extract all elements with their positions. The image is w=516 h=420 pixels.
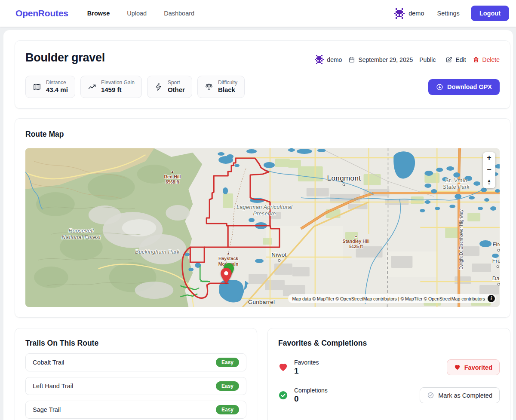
check-circle-icon — [278, 390, 288, 400]
visibility-badge: Public — [419, 56, 436, 63]
route-map-card: Route Map — [15, 118, 510, 318]
date-item: September 29, 2025 — [348, 56, 413, 63]
map-viewport[interactable]: LongmontNiwotGunbarrelFiresFredDacoRoose… — [25, 148, 500, 307]
engagement-section-title: Favorites & Completions — [278, 339, 500, 348]
mark-completed-button[interactable]: Mark as Completed — [420, 387, 500, 403]
owner-avatar — [315, 55, 324, 64]
nav-browse[interactable]: Browse — [87, 10, 110, 17]
compass-down-icon: ▼ — [487, 182, 491, 185]
route-date: September 29, 2025 — [358, 56, 413, 63]
download-icon — [436, 83, 443, 91]
zoom-in-button[interactable]: + — [483, 152, 495, 164]
favorites-count: 1 — [294, 366, 319, 376]
page-title: Boulder gravel — [25, 51, 105, 64]
completions-row: Completions 0 Mark as Completed — [278, 387, 500, 404]
nav-settings[interactable]: Settings — [437, 10, 459, 17]
favorited-button[interactable]: Favorited — [447, 359, 500, 375]
map-icon — [33, 83, 41, 91]
nav-upload[interactable]: Upload — [127, 10, 147, 17]
delete-button[interactable]: Delete — [473, 56, 500, 63]
username: demo — [408, 10, 424, 17]
trend-up-icon — [88, 83, 96, 91]
page-container: Boulder gravel demo — [3, 30, 513, 420]
completions-count: 0 — [294, 394, 328, 404]
app-header: OpenRoutes Browse Upload Dashboard demo … — [0, 0, 516, 27]
calendar-icon — [348, 56, 355, 63]
trash-icon — [473, 56, 479, 63]
route-meta: demo September 29, 2025 Public Edit — [315, 51, 500, 64]
heart-icon — [278, 362, 288, 372]
user-chip[interactable]: demo — [394, 8, 424, 19]
difficulty-badge: Easy — [216, 381, 239, 391]
check-circle-outline-icon — [427, 392, 434, 399]
avatar — [394, 8, 405, 19]
bottom-section: Trails On This Route Cobalt Trail Easy L… — [15, 328, 510, 420]
nav-dashboard[interactable]: Dashboard — [164, 10, 194, 17]
trail-row[interactable]: Sage Trail Easy — [25, 401, 246, 419]
stat-sport: Sport Other — [147, 76, 192, 98]
main-nav: Browse Upload Dashboard — [87, 10, 194, 17]
trails-card: Trails On This Route Cobalt Trail Easy L… — [15, 328, 257, 420]
map-canvas — [25, 148, 500, 307]
favorites-label: Favorites — [294, 359, 319, 366]
map-zoom-control: + − ▲ ▼ — [483, 152, 495, 188]
trails-section-title: Trails On This Route — [25, 339, 246, 348]
route-end-pin — [221, 268, 232, 283]
scale-icon — [205, 83, 213, 91]
bolt-icon — [154, 83, 163, 91]
zoom-out-button[interactable]: − — [483, 164, 495, 176]
info-icon[interactable]: i — [488, 295, 495, 302]
favorites-row: Favorites 1 Favorited — [278, 359, 500, 376]
trail-row[interactable]: Left Hand Trail Easy — [25, 377, 246, 395]
stat-distance: Distance 43.4 mi — [25, 76, 75, 98]
completions-label: Completions — [294, 387, 328, 394]
difficulty-badge: Easy — [216, 358, 239, 367]
stat-elevation: Elevation Gain 1459 ft — [80, 76, 142, 98]
logout-button[interactable]: Logout — [471, 6, 509, 21]
owner-name: demo — [327, 56, 342, 63]
route-header-card: Boulder gravel demo — [15, 40, 510, 109]
app-logo[interactable]: OpenRoutes — [15, 8, 68, 18]
attribution-text: Map data © MapTiler © OpenStreetMap cont… — [292, 296, 485, 301]
trail-list: Cobalt Trail Easy Left Hand Trail Easy S… — [25, 353, 246, 419]
download-gpx-button[interactable]: Download GPX — [428, 79, 500, 95]
edit-button[interactable]: Edit — [445, 56, 466, 63]
engagement-card: Favorites & Completions Favorites 1 Favo… — [267, 328, 510, 420]
difficulty-badge: Easy — [216, 405, 239, 414]
map-section-title: Route Map — [25, 130, 500, 139]
heart-icon — [454, 364, 461, 371]
owner-chip: demo — [315, 55, 342, 64]
trail-row[interactable]: Cobalt Trail Easy — [25, 353, 246, 371]
edit-icon — [445, 56, 452, 63]
compass-button[interactable]: ▲ ▼ — [483, 176, 495, 188]
map-attribution: Map data © MapTiler © OpenStreetMap cont… — [288, 294, 496, 303]
stat-difficulty: Difficulty Black — [197, 76, 245, 98]
